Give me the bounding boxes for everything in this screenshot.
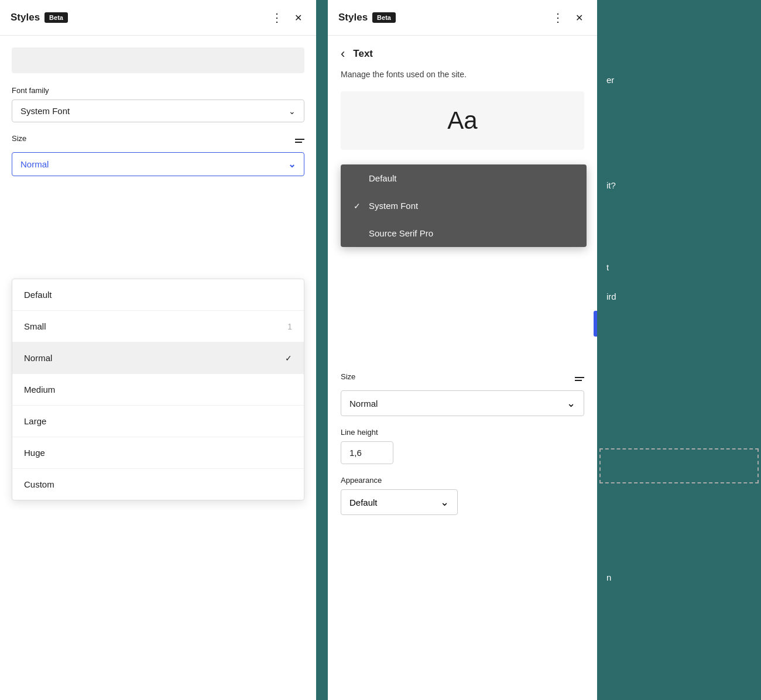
right-beta-badge: Beta [372, 12, 396, 23]
adjust-line-top-r [575, 377, 584, 378]
left-panel-header: Styles Beta [0, 0, 316, 36]
dropdown-item-default[interactable]: Default [12, 279, 304, 311]
peek-text-n: n [602, 568, 616, 587]
close-icon [294, 12, 302, 24]
dropdown-item-huge[interactable]: Huge [12, 437, 304, 469]
close-icon-right [575, 12, 583, 24]
font-family-chevron-icon: ⌄ [289, 107, 296, 116]
dropdown-item-label: Custom [24, 479, 54, 489]
size-label: Size [12, 134, 26, 143]
font-dropdown-item-default[interactable]: Default [341, 164, 587, 192]
right-size-chevron-icon: ⌄ [567, 397, 575, 410]
right-panel-title: Styles [338, 12, 368, 23]
font-preview-box: Aa [341, 91, 584, 150]
font-dropdown-label: Default [369, 173, 397, 183]
right-size-select[interactable]: Normal ⌄ [341, 390, 584, 416]
dropdown-item-custom[interactable]: Custom [12, 469, 304, 500]
right-close-button[interactable] [572, 9, 587, 26]
font-dropdown-item-system[interactable]: ✓ System Font [341, 192, 587, 219]
dropdown-item-label: Normal [24, 353, 52, 363]
line-height-input[interactable] [341, 441, 393, 464]
back-button[interactable]: ‹ [341, 47, 349, 60]
right-size-label: Size [341, 372, 355, 381]
right-peek-dashed [599, 448, 759, 483]
right-size-value: Normal [349, 399, 567, 409]
dropdown-item-small[interactable]: Small 1 [12, 311, 304, 342]
section-title: Text [353, 48, 373, 60]
left-styles-panel: Styles Beta Font family System Font ⌄ Si… [0, 0, 316, 700]
dropdown-item-label: Small [24, 321, 46, 331]
appearance-value: Default [349, 497, 440, 507]
dots-icon-right [552, 11, 564, 25]
line-height-label: Line height [341, 428, 584, 437]
left-panel-body: Font family System Font ⌄ Size Normal ⌄ … [0, 36, 316, 700]
peek-text-it: it? [602, 176, 621, 195]
dropdown-item-label: Huge [24, 448, 45, 458]
item-count: 1 [287, 322, 292, 331]
check-icon: ✓ [285, 354, 292, 363]
gray-preview-bar [12, 47, 304, 73]
adjust-line-bottom [295, 142, 302, 143]
peek-text-er: er [602, 70, 619, 90]
size-value: Normal [20, 159, 288, 169]
font-dropdown-label: Source Serif Pro [369, 228, 433, 238]
font-family-value: System Font [20, 106, 289, 116]
left-more-options-button[interactable] [268, 8, 286, 27]
right-side-peek: er it? t ird n [597, 0, 761, 700]
dropdown-item-medium[interactable]: Medium [12, 374, 304, 406]
font-family-select[interactable]: System Font ⌄ [12, 99, 304, 122]
adjust-line-bottom-r [575, 380, 582, 381]
panel-gap [316, 0, 328, 700]
size-chevron-icon: ⌄ [288, 159, 296, 170]
right-size-section: Size Normal ⌄ Line height Appearance Def… [341, 372, 584, 515]
right-more-options-button[interactable] [549, 8, 567, 27]
dropdown-item-label: Default [24, 290, 52, 300]
font-dropdown-item-source[interactable]: Source Serif Pro [341, 219, 587, 247]
font-dropdown-label: System Font [369, 201, 418, 211]
appearance-label: Appearance [341, 476, 584, 485]
right-panel-header: Styles Beta [328, 0, 597, 36]
section-header: ‹ Text [341, 47, 584, 60]
left-panel-title: Styles [11, 12, 40, 23]
section-desc: Manage the fonts used on the site. [341, 68, 584, 81]
font-check-system: ✓ [354, 201, 363, 211]
right-panel-body: ‹ Text Manage the fonts used on the site… [328, 36, 597, 700]
right-styles-panel: Styles Beta ‹ Text Manage the fonts used… [328, 0, 597, 700]
left-beta-badge: Beta [44, 12, 68, 23]
peek-text-ird: ird [602, 287, 621, 306]
adjust-line-top [295, 139, 304, 140]
right-size-adjust-icon[interactable] [575, 377, 584, 381]
appearance-chevron-icon: ⌄ [440, 496, 449, 509]
peek-text-t: t [602, 258, 613, 277]
dropdown-item-large[interactable]: Large [12, 406, 304, 437]
dropdown-item-label: Medium [24, 385, 55, 394]
size-select[interactable]: Normal ⌄ [12, 152, 304, 176]
font-family-label: Font family [12, 86, 304, 95]
font-preview-text: Aa [447, 107, 477, 135]
dots-icon [271, 11, 283, 25]
dropdown-item-normal[interactable]: Normal ✓ [12, 342, 304, 374]
size-adjust-icon[interactable] [295, 139, 304, 143]
left-close-button[interactable] [291, 9, 306, 26]
font-family-dropdown: Default ✓ System Font Source Serif Pro [341, 164, 587, 247]
size-label-row: Size [12, 134, 304, 147]
size-dropdown: Default Small 1 Normal ✓ Medium Large Hu… [12, 279, 304, 500]
appearance-select[interactable]: Default ⌄ [341, 489, 458, 515]
right-size-label-row: Size [341, 372, 584, 386]
back-chevron-icon: ‹ [341, 46, 345, 61]
dropdown-item-label: Large [24, 416, 46, 426]
